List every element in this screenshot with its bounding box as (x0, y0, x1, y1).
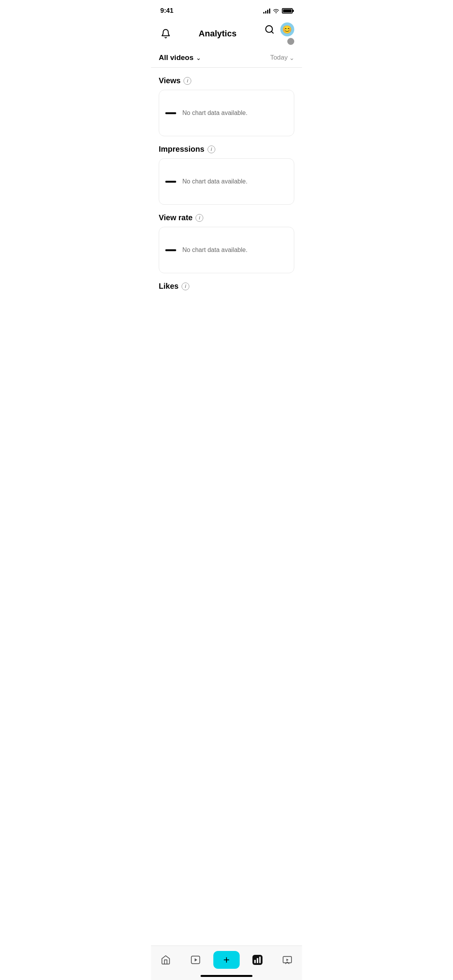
date-filter-chevron: ⌄ (289, 54, 294, 62)
view-rate-section: View rate i No chart data available. (159, 213, 294, 273)
impressions-info-button[interactable]: i (208, 146, 215, 153)
bell-button[interactable] (159, 27, 173, 41)
likes-header: Likes i (159, 282, 294, 291)
views-legend (165, 112, 176, 114)
battery-icon (282, 8, 293, 14)
impressions-legend (165, 181, 176, 183)
all-videos-chevron: ⌄ (196, 54, 201, 62)
wifi-icon (273, 8, 280, 14)
view-rate-header: View rate i (159, 213, 294, 222)
impressions-no-data: No chart data available. (182, 178, 247, 185)
view-rate-info-button[interactable]: i (196, 214, 203, 222)
search-button[interactable] (263, 22, 276, 36)
impressions-header: Impressions i (159, 145, 294, 154)
avatar-emoji: 😊 (282, 25, 292, 34)
svg-line-1 (271, 31, 273, 33)
status-bar: 9:41 (151, 0, 302, 19)
profile-avatar[interactable]: 😊 (280, 22, 294, 36)
signal-icon (263, 8, 270, 14)
impressions-title: Impressions (159, 145, 204, 154)
page-title: Analytics (199, 29, 237, 39)
views-chart-card: No chart data available. (159, 90, 294, 136)
views-header: Views i (159, 76, 294, 85)
view-rate-legend (165, 249, 176, 251)
impressions-legend-dash (165, 181, 176, 183)
status-icons (263, 8, 293, 14)
views-info-button[interactable]: i (184, 77, 191, 85)
header-actions: 😊 (263, 22, 294, 36)
likes-section: Likes i (159, 282, 294, 291)
header: Analytics 😊 (151, 19, 302, 50)
header-right: 😊 (263, 22, 294, 45)
likes-info-button[interactable]: i (182, 283, 189, 290)
view-rate-no-data: No chart data available. (182, 247, 247, 254)
impressions-chart-card: No chart data available. (159, 158, 294, 205)
filter-bar: All videos ⌄ Today ⌄ (151, 50, 302, 68)
all-videos-filter[interactable]: All videos ⌄ (159, 53, 201, 62)
status-time: 9:41 (160, 7, 173, 15)
views-title: Views (159, 76, 180, 85)
view-rate-title: View rate (159, 213, 192, 222)
likes-title: Likes (159, 282, 178, 291)
view-rate-legend-dash (165, 249, 176, 251)
views-section: Views i No chart data available. (159, 76, 294, 136)
notification-dot (287, 38, 294, 45)
views-legend-dash (165, 112, 176, 114)
view-rate-chart-card: No chart data available. (159, 227, 294, 273)
all-videos-label: All videos (159, 53, 194, 62)
date-filter-label: Today (270, 54, 288, 62)
content-area: Views i No chart data available. Impress… (151, 68, 302, 330)
date-filter[interactable]: Today ⌄ (270, 54, 294, 62)
views-no-data: No chart data available. (182, 110, 247, 117)
impressions-section: Impressions i No chart data available. (159, 145, 294, 205)
